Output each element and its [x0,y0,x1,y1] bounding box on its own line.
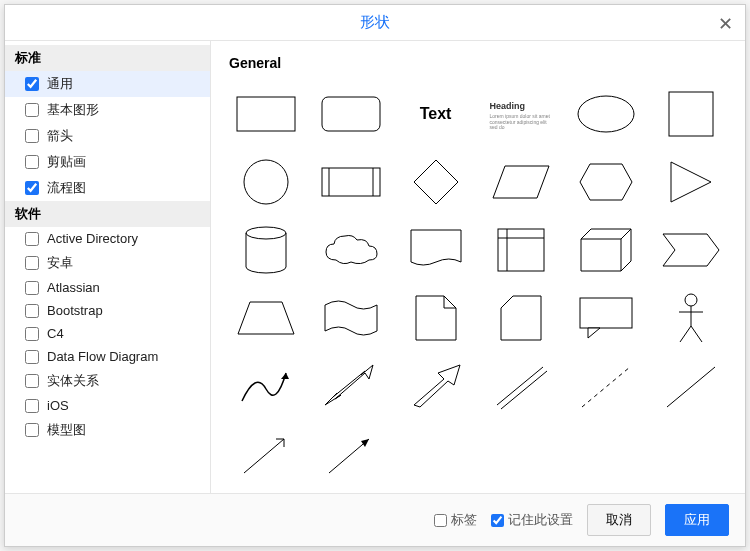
shape-preview-panel[interactable]: General Text HeadingLorem ipsum dolor si… [211,41,745,493]
shape-callout[interactable] [567,287,644,349]
category-item[interactable]: 基本图形 [5,97,210,123]
category-group-header: 软件 [5,201,210,227]
shape-square[interactable] [652,83,729,145]
category-checkbox[interactable] [25,77,39,91]
category-item[interactable]: Atlassian [5,276,210,299]
category-label: Data Flow Diagram [47,349,158,364]
category-item[interactable]: Data Flow Diagram [5,345,210,368]
category-item[interactable]: 通用 [5,71,210,97]
category-item[interactable]: Bootstrap [5,299,210,322]
category-label: 流程图 [47,179,86,197]
shape-arrow-2[interactable] [312,423,389,485]
category-label: 安卓 [47,254,73,272]
shape-line[interactable] [652,355,729,417]
shape-tape[interactable] [312,287,389,349]
category-checkbox[interactable] [25,399,39,413]
close-button[interactable]: ✕ [718,13,733,35]
svg-rect-15 [498,229,544,271]
svg-rect-0 [237,97,295,131]
svg-rect-5 [322,168,380,196]
shape-arrow-1[interactable] [227,423,304,485]
svg-point-2 [578,96,634,132]
shape-ellipse[interactable] [567,83,644,145]
category-checkbox[interactable] [25,232,39,246]
category-checkbox[interactable] [25,423,39,437]
svg-marker-18 [581,229,631,271]
shape-note[interactable] [397,287,474,349]
svg-line-20 [621,229,631,239]
close-icon: ✕ [718,14,733,34]
category-checkbox[interactable] [25,281,39,295]
shape-parallelogram[interactable] [482,151,559,213]
svg-marker-9 [493,166,549,198]
apply-button[interactable]: 应用 [665,504,729,536]
svg-line-34 [497,367,543,405]
shape-hexagon[interactable] [567,151,644,213]
shape-link[interactable] [482,355,559,417]
labels-checkbox-wrap[interactable]: 标签 [434,511,477,529]
category-checkbox[interactable] [25,327,39,341]
category-checkbox[interactable] [25,103,39,117]
remember-checkbox[interactable] [491,514,504,527]
shape-dashed-line[interactable] [567,355,644,417]
shape-cloud[interactable] [312,219,389,281]
svg-rect-1 [322,97,380,131]
category-item[interactable]: C4 [5,322,210,345]
svg-point-26 [685,294,697,306]
svg-line-35 [501,371,547,409]
cancel-button[interactable]: 取消 [587,504,651,536]
category-checkbox[interactable] [25,256,39,270]
category-item[interactable]: Active Directory [5,227,210,250]
svg-marker-10 [580,164,632,200]
category-sidebar[interactable]: 标准通用基本图形箭头剪贴画流程图软件Active Directory安卓Atla… [5,41,211,493]
remember-checkbox-wrap[interactable]: 记住此设置 [491,511,573,529]
category-item[interactable]: 流程图 [5,175,210,201]
category-checkbox[interactable] [25,374,39,388]
shape-rounded-rectangle[interactable] [312,83,389,145]
svg-marker-23 [238,302,294,334]
shape-bidirectional-arrow[interactable] [312,355,389,417]
category-checkbox[interactable] [25,181,39,195]
category-label: Atlassian [47,280,100,295]
category-checkbox[interactable] [25,129,39,143]
category-label: 通用 [47,75,73,93]
shape-actor[interactable] [652,287,729,349]
dialog-header: 形状 ✕ [5,5,745,41]
shape-text[interactable]: Text [397,83,474,145]
shape-rectangle[interactable] [227,83,304,145]
dialog-title: 形状 [360,13,390,30]
shape-step[interactable] [652,219,729,281]
category-checkbox[interactable] [25,304,39,318]
svg-line-39 [329,439,369,473]
shape-cube[interactable] [567,219,644,281]
shape-curve[interactable] [227,355,304,417]
labels-checkbox-label: 标签 [451,511,477,529]
category-checkbox[interactable] [25,350,39,364]
category-label: Active Directory [47,231,138,246]
svg-marker-25 [588,328,600,338]
shape-heading[interactable]: HeadingLorem ipsum dolor sit amet consec… [482,83,559,145]
shape-directional-arrow[interactable] [397,355,474,417]
svg-rect-24 [580,298,632,328]
shape-triangle[interactable] [652,151,729,213]
labels-checkbox[interactable] [434,514,447,527]
category-checkbox[interactable] [25,155,39,169]
category-item[interactable]: 剪贴画 [5,149,210,175]
shape-grid: Text HeadingLorem ipsum dolor sit amet c… [227,83,729,485]
category-item[interactable]: 实体关系 [5,368,210,394]
svg-rect-3 [669,92,713,136]
shape-card[interactable] [482,287,559,349]
category-item[interactable]: iOS [5,394,210,417]
shape-process[interactable] [312,151,389,213]
shape-diamond[interactable] [397,151,474,213]
svg-point-12 [246,227,286,239]
category-item[interactable]: 安卓 [5,250,210,276]
category-item[interactable]: 箭头 [5,123,210,149]
shape-internal-storage[interactable] [482,219,559,281]
shape-circle[interactable] [227,151,304,213]
shape-cylinder[interactable] [227,219,304,281]
shape-trapezoid[interactable] [227,287,304,349]
category-label: Bootstrap [47,303,103,318]
category-item[interactable]: 模型图 [5,417,210,443]
shape-document[interactable] [397,219,474,281]
